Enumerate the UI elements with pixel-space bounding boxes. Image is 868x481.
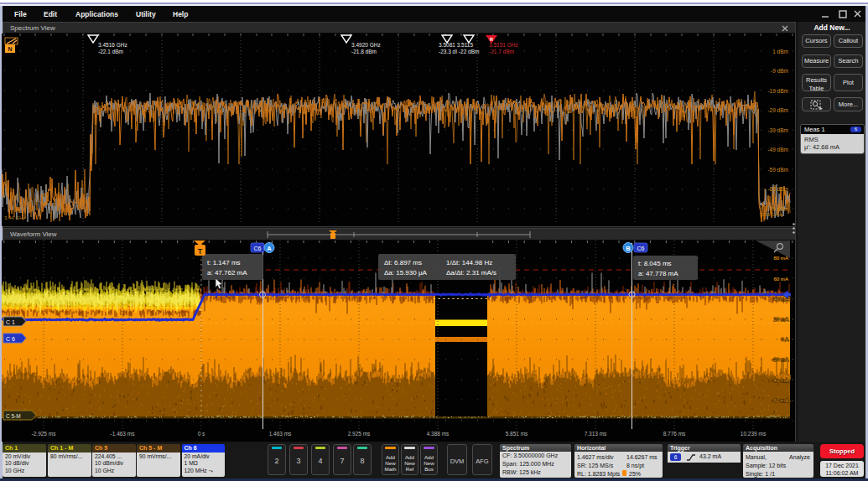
svg-text:-19 dBm: -19 dBm [767, 88, 788, 94]
svg-text:t: 8.045 ms: t: 8.045 ms [638, 260, 672, 267]
svg-text:Δa/Δt: 2.31 mA/s: Δa/Δt: 2.31 mA/s [446, 269, 496, 277]
svg-text:N: N [8, 46, 12, 52]
svg-text:10.239 ms: 10.239 ms [741, 431, 767, 437]
svg-text:t: 1.147 ms: t: 1.147 ms [207, 259, 241, 266]
svg-text:2.925 ms: 2.925 ms [348, 431, 371, 437]
svg-text:5.851 ms: 5.851 ms [506, 431, 528, 437]
svg-text:a: 47.762 mA: a: 47.762 mA [207, 269, 247, 277]
svg-text:0 s: 0 s [198, 431, 205, 437]
svg-text:3.44 GHz: 3.44 GHz [4, 215, 25, 220]
svg-text:0 A: 0 A [781, 336, 789, 342]
svg-text:-20 mA: -20 mA [772, 356, 789, 362]
svg-text:C6: C6 [637, 246, 645, 251]
svg-text:3.5151 GHz: 3.5151 GHz [489, 42, 518, 48]
svg-text:C 5-M: C 5-M [6, 413, 21, 419]
svg-text:Δt: 6.897 ms: Δt: 6.897 ms [384, 259, 422, 266]
svg-text:C6: C6 [254, 246, 262, 251]
svg-text:-39 dBm: -39 dBm [767, 127, 788, 133]
svg-text:-59 dBm: -59 dBm [767, 167, 788, 173]
svg-text:3.56 GHz: 3.56 GHz [761, 212, 782, 217]
svg-text:3.5081 3.5115: 3.5081 3.5115 [439, 42, 473, 48]
svg-text:Δa: 15.930 µA: Δa: 15.930 µA [384, 269, 428, 277]
svg-text:-21.7 dBm: -21.7 dBm [489, 49, 514, 54]
svg-text:20 mA: 20 mA [773, 316, 789, 322]
svg-text:1.463 ms: 1.463 ms [269, 431, 292, 437]
svg-text:T: T [198, 247, 203, 256]
svg-text:8.776 ms: 8.776 ms [663, 431, 686, 437]
svg-text:7.313 ms: 7.313 ms [585, 431, 607, 437]
svg-text:-21.8 dBm: -21.8 dBm [351, 49, 377, 54]
svg-text:3.4516 GHz: 3.4516 GHz [98, 42, 127, 48]
svg-text:-69 dBm: -69 dBm [767, 186, 788, 192]
svg-text:-29 dBm: -29 dBm [767, 107, 788, 113]
svg-text:1 dBm: 1 dBm [772, 49, 788, 54]
svg-text:-79 dBm: -79 dBm [767, 206, 788, 212]
svg-text:-23.3 dI -22 dBm: -23.3 dI -22 dBm [439, 49, 479, 54]
svg-text:-49 dBm: -49 dBm [767, 147, 788, 153]
svg-text:60 mA: 60 mA [773, 276, 789, 282]
svg-text:a: 47.778 mA: a: 47.778 mA [638, 270, 678, 277]
svg-text:3.4920 GHz: 3.4920 GHz [351, 42, 381, 48]
svg-text:-1.463 ms: -1.463 ms [111, 431, 136, 437]
svg-text:-22.1 dBm: -22.1 dBm [98, 49, 123, 54]
svg-text:-40 mA: -40 mA [772, 377, 789, 383]
svg-text:B: B [626, 245, 631, 252]
svg-text:1/Δt: 144.98 Hz: 1/Δt: 144.98 Hz [446, 259, 492, 266]
svg-text:C 6: C 6 [6, 336, 15, 342]
svg-text:A: A [267, 245, 272, 252]
svg-text:C 1: C 1 [6, 319, 15, 325]
svg-text:4.388 ms: 4.388 ms [427, 431, 450, 437]
svg-text:-2.925 ms: -2.925 ms [32, 431, 57, 437]
svg-text:-60 mA: -60 mA [772, 397, 789, 403]
svg-text:-9 dBm: -9 dBm [771, 68, 788, 74]
